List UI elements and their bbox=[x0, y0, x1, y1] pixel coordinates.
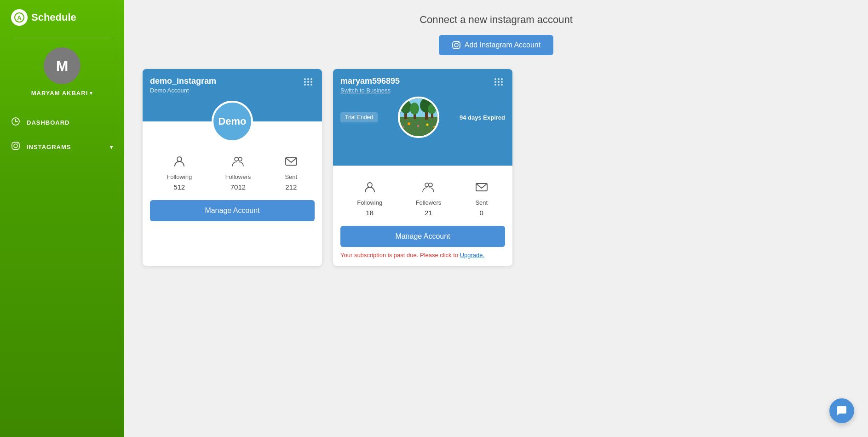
sidebar-nav: DASHBOARD INSTAGRAMS ▾ bbox=[0, 110, 124, 159]
account-card-maryam: maryam596895 Switch to Business bbox=[333, 69, 512, 266]
menu-dot bbox=[498, 84, 500, 86]
trial-info: Trial Ended bbox=[340, 94, 505, 138]
svg-point-13 bbox=[238, 157, 242, 161]
sidebar-divider bbox=[12, 38, 112, 38]
following-label-maryam: Following bbox=[357, 199, 382, 206]
svg-point-31 bbox=[368, 183, 372, 187]
svg-point-12 bbox=[235, 157, 238, 161]
card-header-top: demo_instagram Demo Account bbox=[150, 76, 315, 94]
menu-dot bbox=[494, 78, 496, 80]
menu-dot bbox=[307, 78, 309, 80]
sidebar-item-instagrams[interactable]: INSTAGRAMS ▾ bbox=[0, 135, 124, 159]
manage-account-button-demo[interactable]: Manage Account bbox=[150, 200, 315, 221]
stat-following-maryam: Following 18 bbox=[357, 180, 382, 217]
card-menu-icon-maryam[interactable] bbox=[493, 76, 505, 87]
page-title: Connect a new instagram account bbox=[143, 14, 850, 26]
following-icon-demo bbox=[172, 155, 186, 171]
upgrade-link[interactable]: Upgrade. bbox=[460, 252, 484, 259]
menu-dot bbox=[498, 78, 500, 80]
menu-dot bbox=[304, 84, 306, 86]
avatar-initials: M bbox=[56, 58, 69, 75]
main-content: Connect a new instagram account Add Inst… bbox=[124, 0, 868, 437]
card-account-name-maryam: maryam596895 bbox=[340, 76, 400, 86]
svg-point-21 bbox=[410, 103, 419, 115]
menu-dot bbox=[310, 81, 312, 83]
card-account-sub-demo: Demo Account bbox=[150, 87, 216, 94]
card-body-maryam: Following 18 Followers bbox=[333, 166, 512, 266]
subscription-warning: Your subscription is past due. Please cl… bbox=[340, 252, 505, 259]
instagram-icon bbox=[11, 141, 20, 153]
card-avatar-container-demo: Demo bbox=[212, 101, 253, 142]
menu-dot bbox=[501, 78, 503, 80]
svg-point-6 bbox=[14, 144, 17, 148]
sent-value-maryam: 0 bbox=[480, 209, 483, 217]
svg-point-30 bbox=[402, 126, 404, 128]
instagram-add-icon bbox=[452, 40, 461, 50]
card-stats-maryam: Following 18 Followers bbox=[340, 175, 505, 226]
menu-dot bbox=[307, 84, 309, 86]
logo-icon: A bbox=[11, 9, 28, 26]
sent-icon-demo bbox=[284, 155, 298, 171]
card-account-sub-maryam[interactable]: Switch to Business bbox=[340, 87, 400, 94]
menu-dot bbox=[310, 84, 312, 86]
avatar-image-maryam bbox=[398, 97, 439, 138]
card-avatar-demo: Demo bbox=[212, 101, 253, 142]
card-menu-icon-demo[interactable] bbox=[302, 76, 315, 87]
add-instagram-account-button[interactable]: Add Instagram Account bbox=[439, 35, 553, 55]
menu-dot bbox=[498, 81, 500, 83]
card-account-info: demo_instagram Demo Account bbox=[150, 76, 216, 94]
svg-point-27 bbox=[417, 125, 419, 127]
stat-followers-demo: Followers 7012 bbox=[225, 155, 251, 191]
svg-point-29 bbox=[433, 126, 435, 128]
chat-button[interactable] bbox=[829, 398, 854, 423]
sent-icon-maryam bbox=[475, 180, 489, 196]
followers-icon-maryam bbox=[421, 180, 435, 196]
svg-point-9 bbox=[454, 43, 458, 47]
following-value-maryam: 18 bbox=[366, 209, 374, 217]
add-account-label: Add Instagram Account bbox=[465, 41, 540, 49]
sidebar-username: MARYAM AKBARI ▾ bbox=[31, 90, 93, 97]
manage-account-button-maryam[interactable]: Manage Account bbox=[340, 226, 505, 247]
avatar: M bbox=[44, 47, 80, 84]
menu-dot bbox=[501, 84, 503, 86]
menu-dot bbox=[304, 81, 306, 83]
avatar-text-demo: Demo bbox=[218, 115, 246, 127]
menu-dot bbox=[494, 81, 496, 83]
followers-value-maryam: 21 bbox=[425, 209, 432, 217]
following-label-demo: Following bbox=[167, 173, 192, 180]
svg-point-10 bbox=[458, 42, 459, 43]
menu-dot bbox=[501, 81, 503, 83]
trial-ended-badge: Trial Ended bbox=[340, 112, 378, 122]
stat-following-demo: Following 512 bbox=[167, 155, 192, 191]
menu-dot bbox=[494, 84, 496, 86]
stat-followers-maryam: Followers 21 bbox=[416, 180, 442, 217]
svg-point-7 bbox=[17, 143, 18, 144]
followers-label-maryam: Followers bbox=[416, 199, 442, 206]
card-header-top-maryam: maryam596895 Switch to Business bbox=[340, 76, 505, 94]
menu-dot bbox=[310, 78, 312, 80]
sidebar-item-dashboard[interactable]: DASHBOARD bbox=[0, 110, 124, 135]
sidebar-logo: A Schedule bbox=[0, 9, 124, 34]
following-icon-maryam bbox=[363, 180, 377, 196]
instagrams-label: INSTAGRAMS bbox=[27, 144, 71, 150]
svg-point-33 bbox=[429, 183, 432, 187]
days-expired-badge: 94 days Expired bbox=[460, 114, 505, 121]
chevron-right-icon: ▾ bbox=[110, 144, 113, 150]
clock-icon bbox=[11, 117, 20, 128]
account-card-demo: demo_instagram Demo Account bbox=[143, 69, 322, 266]
svg-point-28 bbox=[426, 124, 428, 126]
svg-point-25 bbox=[428, 104, 436, 114]
svg-point-19 bbox=[400, 100, 411, 114]
menu-dot bbox=[307, 81, 309, 83]
svg-point-11 bbox=[177, 157, 182, 161]
dashboard-label: DASHBOARD bbox=[27, 119, 70, 126]
card-account-info-maryam: maryam596895 Switch to Business bbox=[340, 76, 400, 94]
followers-value-demo: 7012 bbox=[230, 183, 246, 191]
card-avatar-maryam bbox=[398, 97, 439, 138]
stat-sent-demo: Sent 212 bbox=[284, 155, 298, 191]
svg-point-26 bbox=[408, 122, 410, 125]
card-stats-demo: Following 512 Followers bbox=[150, 149, 315, 200]
card-account-name-demo: demo_instagram bbox=[150, 76, 216, 86]
cards-container: demo_instagram Demo Account bbox=[143, 69, 850, 266]
svg-point-32 bbox=[425, 183, 429, 187]
